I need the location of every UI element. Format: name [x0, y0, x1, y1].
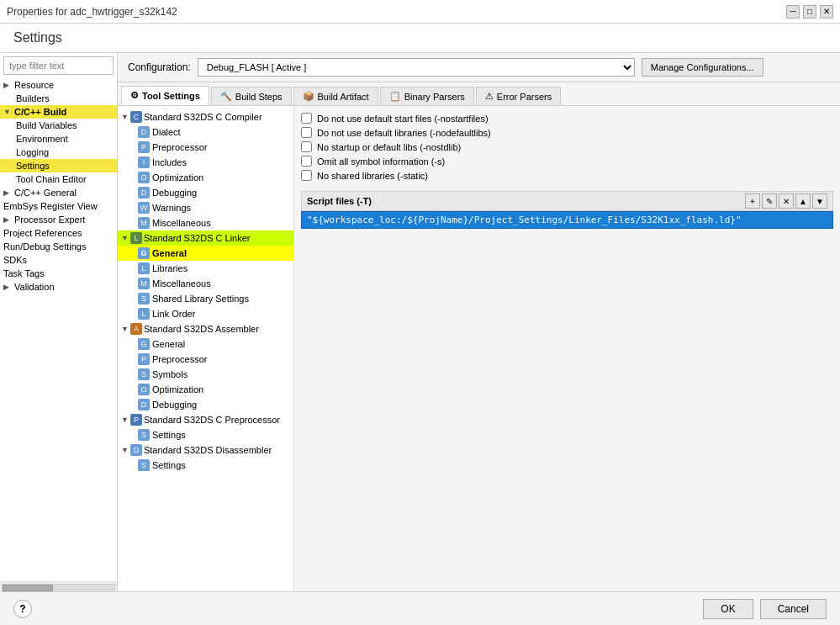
script-value[interactable]: "${workspace_loc:/${ProjName}/Project_Se…	[301, 211, 833, 229]
script-edit-button[interactable]: ✎	[762, 193, 777, 209]
sidebar-item-build-variables-label: Build Variables	[16, 120, 77, 130]
cancel-button[interactable]: Cancel	[760, 599, 827, 619]
sidebar-item-environment[interactable]: Environment	[0, 132, 117, 146]
tp-miscellaneous-linker[interactable]: M Miscellaneous	[118, 276, 293, 291]
cb-no-shared-libs-input[interactable]	[301, 170, 312, 181]
filter-input[interactable]	[3, 56, 114, 75]
checkboxes-group: Do not use default start files (-nostart…	[301, 113, 833, 181]
tp-debugging[interactable]: D Debugging	[118, 185, 293, 200]
sidebar-item-project-references-label: Project References	[3, 228, 82, 238]
sidebar-item-builders[interactable]: Builders	[0, 92, 117, 105]
disassembler-group-header[interactable]: ▼ D Standard S32DS Disassembler	[118, 442, 293, 458]
sidebar-item-run-debug-label: Run/Debug Settings	[3, 241, 86, 252]
config-select[interactable]: Debug_FLASH [ Active ]	[198, 58, 635, 77]
linker-group-label: Standard S32DS C Linker	[144, 233, 251, 243]
tp-warnings[interactable]: W Warnings	[118, 200, 293, 215]
cpp-preprocessor-arrow: ▼	[121, 416, 129, 424]
tp-asm-symbols[interactable]: S Symbols	[118, 367, 293, 382]
ok-button[interactable]: OK	[703, 599, 753, 619]
bottom-left: ?	[13, 600, 32, 618]
titlebar: Properties for adc_hwtrigger_s32k142 ─ □…	[0, 0, 840, 24]
tp-shared-library-settings[interactable]: S Shared Library Settings	[118, 291, 293, 306]
tp-libraries[interactable]: L Libraries	[118, 261, 293, 276]
hscroll-thumb[interactable]	[3, 585, 53, 591]
cb-no-default-libs-input[interactable]	[301, 127, 312, 138]
linker-icon: L	[130, 232, 142, 244]
sidebar-item-processor-expert-label: Processor Expert	[14, 215, 85, 225]
binary-parsers-icon: 📋	[389, 91, 401, 102]
tab-build-artifact[interactable]: 📦 Build Artifact	[293, 87, 378, 105]
assembler-group-header[interactable]: ▼ A Standard S32DS Assembler	[118, 321, 293, 336]
tp-dialect-label: Dialect	[152, 127, 181, 137]
script-files-label: Script files (-T)	[307, 196, 372, 206]
close-button[interactable]: ✕	[820, 5, 833, 19]
sidebar-item-cpp-build[interactable]: ▼ C/C++ Build	[0, 105, 117, 119]
sidebar-item-sdks[interactable]: SDKs	[0, 253, 117, 267]
tp-asm-debugging[interactable]: D Debugging	[118, 397, 293, 412]
sidebar-item-project-references[interactable]: Project References	[0, 226, 117, 240]
assembler-arrow: ▼	[121, 325, 129, 333]
sidebar-item-logging-label: Logging	[16, 147, 49, 157]
debugging-icon: D	[138, 187, 150, 199]
sidebar-item-build-variables[interactable]: Build Variables	[0, 119, 117, 132]
sidebar-item-validation[interactable]: ▶ Validation	[0, 280, 117, 294]
script-up-button[interactable]: ▲	[795, 193, 811, 209]
cb-no-shared-libs-label: No shared libraries (-static)	[317, 171, 428, 181]
libraries-icon: L	[138, 262, 150, 274]
maximize-button[interactable]: □	[803, 5, 816, 19]
cb-no-stdlib-input[interactable]	[301, 141, 312, 152]
linker-group-header[interactable]: ▼ L Standard S32DS C Linker	[118, 230, 293, 246]
cb-no-shared-libs: No shared libraries (-static)	[301, 170, 833, 181]
tp-warnings-label: Warnings	[152, 203, 191, 213]
sidebar-item-task-tags[interactable]: Task Tags	[0, 267, 117, 280]
tp-asm-optimization[interactable]: O Optimization	[118, 382, 293, 397]
cb-no-start-files-input[interactable]	[301, 113, 312, 124]
hscroll-track[interactable]	[2, 584, 115, 591]
tp-general-label: General	[152, 248, 187, 258]
tp-preprocessor[interactable]: P Preprocessor	[118, 140, 293, 155]
sidebar-item-logging[interactable]: Logging	[0, 146, 117, 159]
cb-omit-symbol: Omit all symbol information (-s)	[301, 156, 833, 167]
sidebar-item-settings[interactable]: Settings	[0, 159, 117, 172]
tp-asm-preprocessor[interactable]: P Preprocessor	[118, 352, 293, 367]
tab-error-parsers-label: Error Parsers	[497, 92, 552, 102]
tp-dialect[interactable]: D Dialect	[118, 124, 293, 140]
tab-binary-parsers-label: Binary Parsers	[404, 92, 465, 102]
sidebar-item-tool-chain-editor[interactable]: Tool Chain Editor	[0, 172, 117, 186]
tp-optimization[interactable]: O Optimization	[118, 170, 293, 185]
tp-includes[interactable]: I Includes	[118, 155, 293, 170]
tp-dis-settings-label: Settings	[152, 460, 186, 470]
tree-nav: ▶ Resource Builders ▼ C/C++ Build Build …	[0, 78, 117, 581]
tp-miscellaneous-compiler[interactable]: M Miscellaneous	[118, 215, 293, 230]
tab-build-steps[interactable]: 🔨 Build Steps	[211, 87, 292, 105]
tp-general[interactable]: G General	[118, 246, 293, 261]
sidebar-item-tool-chain-editor-label: Tool Chain Editor	[16, 174, 87, 184]
tab-tool-settings[interactable]: ⚙ Tool Settings	[121, 86, 209, 105]
cb-no-default-libs: Do not use default libraries (-nodefault…	[301, 127, 833, 138]
tab-binary-parsers[interactable]: 📋 Binary Parsers	[380, 87, 474, 105]
left-panel-hscroll[interactable]	[0, 581, 117, 591]
minimize-button[interactable]: ─	[786, 5, 800, 19]
help-button[interactable]: ?	[13, 600, 32, 618]
script-delete-button[interactable]: ✕	[779, 193, 794, 209]
tp-dis-settings[interactable]: S Settings	[118, 458, 293, 473]
sidebar-item-resource[interactable]: ▶ Resource	[0, 78, 117, 92]
tp-asm-general[interactable]: G General	[118, 336, 293, 352]
script-down-button[interactable]: ▼	[812, 193, 827, 209]
manage-configurations-button[interactable]: Manage Configurations...	[642, 58, 763, 77]
tp-miscellaneous-linker-label: Miscellaneous	[152, 278, 211, 289]
compiler-group-header[interactable]: ▼ C Standard S32DS C Compiler	[118, 109, 293, 124]
tp-link-order[interactable]: L Link Order	[118, 306, 293, 321]
sidebar-item-cpp-general[interactable]: ▶ C/C++ General	[0, 186, 117, 199]
cpp-preprocessor-group-header[interactable]: ▼ P Standard S32DS C Preprocessor	[118, 412, 293, 427]
sidebar-item-processor-expert[interactable]: ▶ Processor Expert	[0, 213, 117, 226]
sidebar-item-run-debug[interactable]: Run/Debug Settings	[0, 240, 117, 253]
preprocessor-icon: P	[138, 141, 150, 153]
sidebar-item-embsys[interactable]: EmbSys Register View	[0, 199, 117, 213]
script-add-button[interactable]: +	[745, 193, 760, 209]
tp-pp-settings[interactable]: S Settings	[118, 427, 293, 442]
tab-error-parsers[interactable]: ⚠ Error Parsers	[476, 87, 561, 105]
cb-omit-symbol-input[interactable]	[301, 156, 312, 167]
dialog-header: Settings	[0, 24, 840, 53]
script-files-section: Script files (-T) + ✎ ✕ ▲ ▼ "${workspace…	[301, 191, 833, 229]
